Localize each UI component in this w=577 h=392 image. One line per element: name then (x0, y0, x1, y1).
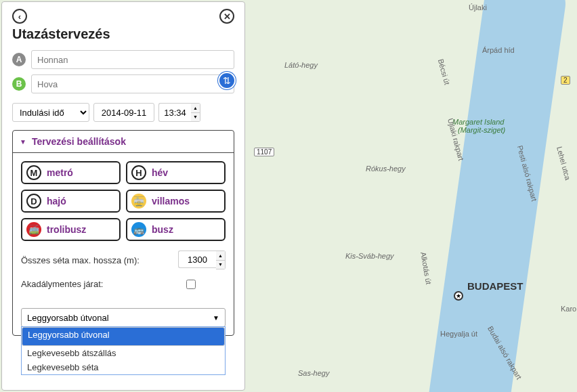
capital-icon: ★ (454, 291, 463, 301)
marker-b-icon: B (12, 77, 26, 91)
ship-icon: D (26, 194, 41, 209)
time-mode-select[interactable]: Indulási idő (12, 103, 89, 122)
time-down-button[interactable]: ▼ (191, 113, 200, 122)
trip-planner-panel: ‹ ✕ Utazástervezés A B ⇅ Indulási idő ▲ … (1, 1, 245, 391)
close-button[interactable]: ✕ (219, 9, 234, 24)
mode-label: busz (152, 224, 173, 235)
walk-spinner: ▲ ▼ (216, 251, 226, 269)
chevron-down-icon: ▼ (213, 314, 219, 322)
trolley-icon: 🚎 (26, 222, 41, 237)
panel-title: Utazástervezés (12, 26, 234, 42)
swap-button[interactable]: ⇅ (218, 72, 236, 89)
select-option[interactable]: Leggyorsabb útvonal (22, 327, 225, 346)
walk-up-button[interactable]: ▲ (216, 251, 225, 261)
road-badge: 1107 (254, 148, 274, 156)
time-input[interactable] (158, 103, 191, 122)
select-option[interactable]: Legkevesebb átszállás (22, 346, 225, 360)
mode-label: trolibusz (47, 224, 86, 235)
walk-length-label: Összes séta max. hossza (m): (21, 255, 140, 265)
mode-label: villamos (152, 196, 190, 206)
map-label: Lehel utca (555, 146, 572, 181)
mode-metro-button[interactable]: M metró (21, 161, 121, 184)
mode-busz-button[interactable]: 🚌 busz (126, 218, 226, 241)
accessible-label: Akadálymentes járat: (21, 279, 103, 289)
chevron-down-icon: ▼ (20, 138, 26, 146)
map-city-label: BUDAPEST (467, 280, 523, 292)
hev-icon: H (131, 165, 146, 180)
mode-villamos-button[interactable]: 🚋 villamos (126, 190, 226, 213)
route-optimization-select[interactable]: Leggyorsabb útvonal ▼ Leggyorsabb útvona… (21, 308, 226, 327)
bus-icon: 🚌 (131, 222, 146, 237)
time-spinner: ▲ ▼ (191, 103, 200, 122)
mode-label: hajó (47, 196, 66, 206)
walk-length-input[interactable] (178, 251, 216, 268)
mode-trolibusz-button[interactable]: 🚎 trolibusz (21, 218, 121, 241)
mode-hajo-button[interactable]: D hajó (21, 190, 121, 213)
map-label: Alkotás út (419, 251, 433, 285)
tram-icon: 🚋 (131, 194, 146, 209)
map-label: Margaret Island (452, 118, 504, 126)
accessible-checkbox[interactable] (186, 280, 196, 289)
back-button[interactable]: ‹ (12, 9, 27, 24)
select-box[interactable]: Leggyorsabb útvonal ▼ (21, 308, 226, 327)
settings-toggle[interactable]: ▼ Tervezési beállítások (13, 131, 234, 153)
settings-header-label: Tervezési beállítások (32, 136, 126, 147)
mode-label: hév (152, 167, 168, 178)
marker-a-icon: A (12, 53, 26, 66)
mode-label: metró (47, 167, 73, 178)
walk-down-button[interactable]: ▼ (216, 261, 225, 269)
map-label: Látó-hegy (284, 61, 318, 69)
date-input[interactable] (93, 103, 154, 122)
from-input[interactable] (31, 50, 234, 69)
settings-section: ▼ Tervezési beállítások M metró H hév D … (12, 130, 234, 336)
map-label: Árpád híd (482, 46, 515, 54)
road-badge: 2 (561, 76, 570, 85)
mode-hev-button[interactable]: H hév (126, 161, 226, 184)
time-up-button[interactable]: ▲ (191, 104, 200, 113)
metro-icon: M (26, 165, 41, 180)
select-option[interactable]: Legkevesebb séta (22, 360, 225, 374)
map-label: Kis-Sváb-hegy (345, 252, 394, 260)
map-label: Hegyalja út (440, 330, 477, 338)
map-label: Sas-hegy (298, 369, 329, 377)
map-label: Karo (561, 305, 576, 313)
map-label: Rókus-hegy (366, 165, 406, 173)
map-label: (Margit-sziget) (458, 126, 505, 134)
to-input[interactable] (31, 74, 234, 93)
map-label: Bécsi út (437, 58, 452, 86)
map-label: Újlaki (469, 3, 487, 12)
select-dropdown: Leggyorsabb útvonal Legkevesebb átszállá… (21, 326, 226, 375)
select-value: Leggyorsabb útvonal (27, 313, 109, 323)
